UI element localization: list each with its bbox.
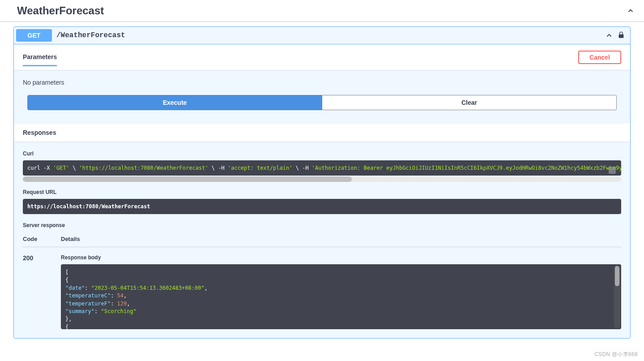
curl-label: Curl [23, 150, 621, 157]
tag-header[interactable]: WeatherForecast [0, 0, 644, 22]
curl-code-block[interactable]: curl -X 'GET' \ 'https://localhost:7080/… [23, 160, 621, 176]
server-response-label: Server response [23, 222, 621, 228]
horizontal-scrollbar[interactable] [23, 176, 621, 182]
request-url-label: Request URL [23, 189, 621, 195]
lock-icon[interactable] [618, 31, 624, 40]
status-code: 200 [23, 254, 61, 329]
code-column-header: Code [23, 236, 61, 242]
copy-icon[interactable] [609, 167, 616, 174]
response-body-block[interactable]: [ { "date": "2023-05-04T15:54:13.3602483… [61, 264, 621, 329]
request-url-block[interactable]: https://localhost:7080/WeatherForecast [23, 199, 621, 214]
method-badge: GET [16, 29, 52, 42]
response-row: 200 Response body [ { "date": "2023-05-0… [23, 254, 621, 329]
operation-path: /WeatherForecast [56, 31, 605, 39]
vertical-scrollbar[interactable] [614, 265, 620, 328]
clear-button[interactable]: Clear [322, 95, 617, 110]
parameters-header: Parameters Cancel [14, 44, 630, 70]
chevron-up-icon [605, 31, 614, 40]
response-body-label: Response body [61, 254, 621, 261]
operation-summary[interactable]: GET /WeatherForecast [14, 27, 630, 44]
parameters-body: No parameters [14, 70, 630, 95]
chevron-up-icon [626, 6, 635, 15]
parameters-tab[interactable]: Parameters [23, 48, 57, 66]
details-column-header: Details [61, 236, 621, 242]
button-row: Execute Clear [14, 95, 630, 124]
no-parameters-text: No parameters [23, 79, 64, 86]
summary-right [605, 31, 628, 40]
responses-body: Curl curl -X 'GET' \ 'https://localhost:… [14, 142, 630, 338]
operation-block: GET /WeatherForecast Parameters Cancel N… [13, 26, 631, 339]
cancel-button[interactable]: Cancel [578, 51, 621, 64]
execute-button[interactable]: Execute [27, 95, 322, 110]
responses-header: Responses [14, 124, 630, 142]
tag-name: WeatherForecast [17, 4, 104, 17]
details-column: Response body [ { "date": "2023-05-04T15… [61, 254, 621, 329]
response-table-header: Code Details [23, 236, 621, 247]
